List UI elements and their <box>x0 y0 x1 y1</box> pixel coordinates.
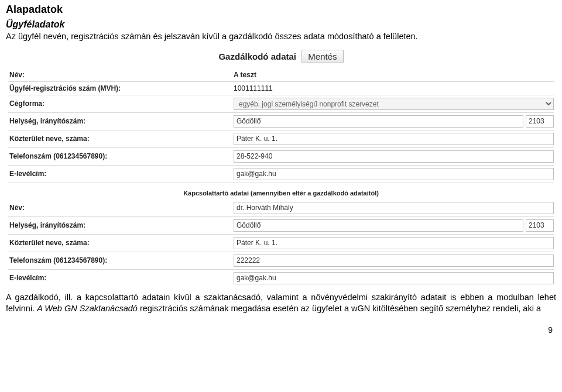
subsection-title: Ügyféladatok <box>6 19 556 30</box>
helyseg-input[interactable] <box>234 115 523 128</box>
divider <box>8 112 554 113</box>
label-c-helyseg: Helység, irányítószám: <box>8 221 234 229</box>
kozterulet-input[interactable] <box>234 133 554 145</box>
panel-title: Gazdálkodó adatai <box>218 51 296 61</box>
divider <box>8 183 554 183</box>
divider <box>8 234 554 235</box>
c-kozterulet-input[interactable] <box>234 237 554 249</box>
divider <box>8 216 554 217</box>
telefon-input[interactable] <box>234 150 554 163</box>
divider <box>8 130 554 130</box>
outro-after: regisztrációs számának megadása esetén a… <box>138 304 541 313</box>
label-telefon: Telefonszám (061234567890): <box>8 152 234 160</box>
divider <box>8 95 554 95</box>
divider <box>8 81 554 82</box>
divider <box>8 269 554 270</box>
divider <box>8 165 554 166</box>
email-input[interactable] <box>234 168 554 180</box>
panel-header: Gazdálkodó adatai Mentés <box>6 46 556 69</box>
outro-italic: A Web GN Szaktanácsadó <box>37 304 138 313</box>
c-helyseg-input[interactable] <box>234 219 523 232</box>
label-c-kozterulet: Közterület neve, száma: <box>8 239 234 247</box>
c-telefon-input[interactable] <box>234 255 554 267</box>
value-regszam: 1001111111 <box>234 84 273 92</box>
label-helyseg: Helység, irányítószám: <box>8 117 234 125</box>
irsz-input[interactable] <box>526 115 554 128</box>
label-c-nev: Név: <box>8 204 234 212</box>
c-email-input[interactable] <box>234 272 554 284</box>
cegforma-select[interactable]: egyéb, jogi személyiségű nonprofit szerv… <box>234 98 554 110</box>
label-c-email: E-levélcím: <box>8 274 234 282</box>
label-kozterulet: Közterület neve, száma: <box>8 135 234 143</box>
label-email: E-levélcím: <box>8 170 234 178</box>
section-title: Alapadatok <box>6 4 556 16</box>
contact-subheader: Kapcsolattartó adatai (amennyiben eltér … <box>6 184 556 200</box>
c-irsz-input[interactable] <box>526 219 554 232</box>
page-number: 9 <box>6 325 556 335</box>
intro-text: Az ügyfél nevén, regisztrációs számán és… <box>6 31 556 43</box>
form-panel: Gazdálkodó adatai Mentés Név: A teszt Üg… <box>6 46 556 286</box>
label-c-telefon: Telefonszám (061234567890): <box>8 256 234 264</box>
divider <box>8 147 554 148</box>
outro-text: A gazdálkodó, ill. a kapcsolattartó adat… <box>6 292 556 315</box>
c-nev-input[interactable] <box>234 202 554 214</box>
save-button[interactable]: Mentés <box>301 50 343 63</box>
value-nev: A teszt <box>234 71 256 79</box>
divider <box>8 252 554 252</box>
label-regszam: Ügyfél-regisztrációs szám (MVH): <box>8 84 234 92</box>
label-cegforma: Cégforma: <box>8 99 234 108</box>
label-nev: Név: <box>8 71 234 79</box>
